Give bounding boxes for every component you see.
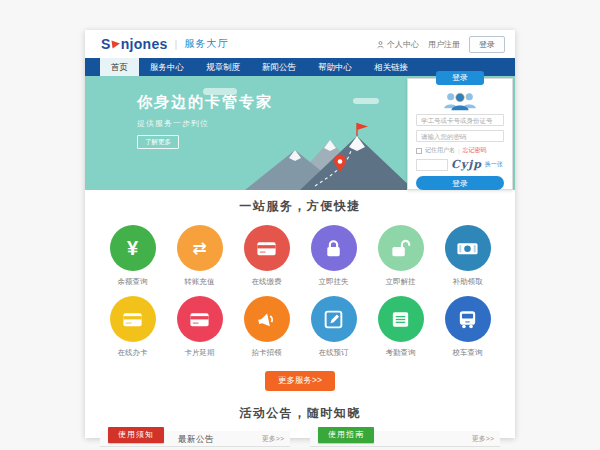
services-title: 一站服务，方便快捷	[85, 198, 515, 215]
remember-row: 记住用户名 | 忘记密码	[416, 146, 504, 155]
service-label: 在线缴费	[252, 277, 282, 287]
bus-icon	[445, 296, 491, 342]
captcha-row: Cyjp 换一张	[416, 158, 504, 171]
notice-panel: 使用须知 最新公告 更多>>	[100, 431, 290, 447]
announcement-panels: 使用须知 最新公告 更多>> 使用指南 更多>>	[85, 431, 515, 447]
header-divider: |	[175, 38, 178, 50]
guide-panel-header: 使用指南 更多>>	[310, 431, 500, 447]
captcha-image[interactable]: Cyjp	[451, 158, 482, 171]
header-links: 个人中心 用户注册 登录	[376, 36, 505, 53]
service-item-12[interactable]: 校车查询	[434, 296, 501, 358]
tab-usage-notice[interactable]: 使用须知	[108, 427, 164, 443]
logo-text-s: S	[101, 36, 111, 52]
personal-center-label: 个人中心	[387, 39, 419, 50]
megaphone-icon	[244, 296, 290, 342]
card-icon	[244, 225, 290, 271]
service-item-5[interactable]: 立即解挂	[367, 225, 434, 287]
screenshot-canvas: S njones | 服务大厅 个人中心 用户注册 登录 首页服务中心规章制度新…	[0, 0, 600, 450]
nav-item-4[interactable]: 新闻公告	[251, 58, 307, 76]
service-label: 立即解挂	[386, 277, 416, 287]
nav-item-1[interactable]: 首页	[100, 58, 139, 76]
card-icon	[110, 296, 156, 342]
nav-item-2[interactable]: 服务中心	[139, 58, 195, 76]
remember-checkbox[interactable]	[416, 148, 422, 154]
edit-icon	[311, 296, 357, 342]
captcha-refresh-link[interactable]: 换一张	[485, 160, 503, 169]
hero-text: 你身边的卡管专家 提供服务一步到位 了解更多	[137, 93, 273, 149]
nav-item-6[interactable]: 相关链接	[363, 58, 419, 76]
logo-text-rest: njones	[121, 36, 168, 52]
hero-title: 你身边的卡管专家	[137, 93, 273, 112]
service-label: 在线办卡	[118, 348, 148, 358]
forgot-password-link[interactable]: 忘记密码	[463, 146, 487, 155]
header: S njones | 服务大厅 个人中心 用户注册 登录	[85, 30, 515, 58]
service-label: 校车查询	[453, 348, 483, 358]
service-item-1[interactable]: ¥余额查询	[99, 225, 166, 287]
service-label: 拾卡招领	[252, 348, 282, 358]
personal-center-link[interactable]: 个人中心	[376, 39, 419, 50]
service-label: 在线预订	[319, 348, 349, 358]
logo[interactable]: S njones	[101, 36, 168, 52]
services-section: 一站服务，方便快捷 ¥余额查询⇄转账充值在线缴费立即挂失立即解挂补助领取在线办卡…	[85, 190, 515, 391]
lock-icon	[311, 225, 357, 271]
service-item-9[interactable]: 拾卡招领	[233, 296, 300, 358]
portal-page: S njones | 服务大厅 个人中心 用户注册 登录 首页服务中心规章制度新…	[85, 30, 515, 438]
notice-more-link[interactable]: 更多>>	[262, 431, 284, 447]
users-group-icon	[442, 91, 478, 111]
service-item-11[interactable]: 考勤查询	[367, 296, 434, 358]
nav-item-3[interactable]: 规章制度	[195, 58, 251, 76]
service-label: 余额查询	[118, 277, 148, 287]
login-panel: 登录 记住用户名 | 忘记密码 Cyjp 换一张 登录	[407, 78, 513, 190]
service-item-7[interactable]: 在线办卡	[99, 296, 166, 358]
service-label: 考勤查询	[386, 348, 416, 358]
cloud-shape	[353, 98, 379, 104]
service-item-3[interactable]: 在线缴费	[233, 225, 300, 287]
guide-panel: 使用指南 更多>>	[310, 431, 500, 447]
password-input[interactable]	[416, 130, 504, 142]
tab-usage-guide[interactable]: 使用指南	[318, 427, 374, 443]
logo-arrow-icon	[111, 39, 120, 48]
guide-more-link[interactable]: 更多>>	[472, 431, 494, 447]
remember-label: 记住用户名	[425, 146, 455, 155]
service-item-8[interactable]: 卡片延期	[166, 296, 233, 358]
separator: |	[458, 148, 460, 154]
service-label: 转账充值	[185, 277, 215, 287]
service-label: 立即挂失	[319, 277, 349, 287]
nav-item-5[interactable]: 帮助中心	[307, 58, 363, 76]
site-name: 服务大厅	[184, 37, 228, 51]
service-item-6[interactable]: 补助领取	[434, 225, 501, 287]
transfer-icon: ⇄	[177, 225, 223, 271]
yuan-icon: ¥	[110, 225, 156, 271]
service-label: 卡片延期	[185, 348, 215, 358]
login-tab[interactable]: 登录	[436, 71, 484, 85]
list-icon	[378, 296, 424, 342]
login-submit-button[interactable]: 登录	[416, 176, 504, 190]
unlock-icon	[378, 225, 424, 271]
service-item-10[interactable]: 在线预订	[300, 296, 367, 358]
user-icon	[376, 40, 385, 49]
announcements-section: 活动公告，随时知晓 使用须知 最新公告 更多>> 使用指南 更多>>	[85, 391, 515, 447]
service-item-2[interactable]: ⇄转账充值	[166, 225, 233, 287]
banknote-icon	[445, 225, 491, 271]
card-icon	[177, 296, 223, 342]
username-input[interactable]	[416, 114, 504, 126]
tab-latest-news[interactable]: 最新公告	[178, 431, 214, 447]
captcha-input[interactable]	[416, 159, 448, 171]
hero-subtitle: 提供服务一步到位	[137, 118, 273, 129]
more-services-button[interactable]: 更多服务>>	[265, 371, 335, 391]
header-login-button[interactable]: 登录	[469, 36, 505, 53]
service-label: 补助领取	[453, 277, 483, 287]
announcements-title: 活动公告，随时知晓	[85, 405, 515, 422]
register-link[interactable]: 用户注册	[428, 39, 460, 50]
hero-cta-button[interactable]: 了解更多	[137, 135, 179, 149]
services-grid: ¥余额查询⇄转账充值在线缴费立即挂失立即解挂补助领取在线办卡卡片延期拾卡招领在线…	[85, 215, 515, 367]
notice-panel-header: 使用须知 最新公告 更多>>	[100, 431, 290, 447]
service-item-4[interactable]: 立即挂失	[300, 225, 367, 287]
